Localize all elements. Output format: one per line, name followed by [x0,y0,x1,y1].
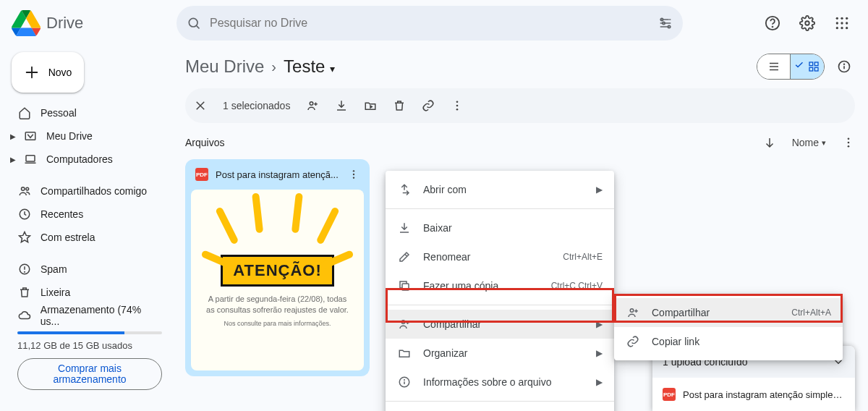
menu-info[interactable]: Informações sobre o arquivo▶ [386,368,614,397]
settings-icon[interactable] [793,9,822,38]
breadcrumb-root[interactable]: Meu Drive [185,56,264,77]
sidebar-item-recent[interactable]: Recentes [9,203,171,226]
folder-icon [397,347,412,360]
sidebar-item-trash[interactable]: Lixeira [9,281,171,304]
search-icon [187,16,201,30]
menu-download[interactable]: Baixar [386,213,614,242]
share-submenu: CompartilharCtrl+Alt+A Copiar link [614,294,843,360]
copy-icon [397,279,412,292]
svg-point-20 [26,187,29,190]
sidebar-item-label: Compartilhados comigo [41,185,147,197]
svg-point-7 [805,21,809,25]
search-options-icon[interactable] [658,16,673,30]
storage-text: 11,12 GB de 15 GB usados [9,339,171,358]
svg-line-40 [220,211,234,240]
svg-point-47 [401,321,405,324]
svg-point-34 [848,137,850,140]
sidebar-item-home[interactable]: Pessoal [9,101,171,124]
trash-icon [17,286,32,299]
pdf-badge-icon: PDF [663,388,676,401]
top-icons [758,9,856,38]
menu-trash[interactable]: Mover para a lixeiraDelete [386,406,614,411]
more-icon[interactable] [451,99,464,112]
spam-icon [17,263,32,276]
file-card[interactable]: PDF Post para instagram atençã... ATENÇÃ… [185,159,370,376]
svg-point-23 [25,271,25,272]
sidebar-item-label: Armazenamento (74% us... [41,304,162,327]
svg-line-1 [197,26,200,29]
home-icon [17,106,32,119]
submenu-copy-link[interactable]: Copiar link [614,327,843,356]
search-input[interactable] [210,17,650,30]
link-icon[interactable] [422,99,435,112]
details-icon[interactable] [833,52,855,81]
list-view-button[interactable] [757,54,791,79]
sidebar-item-computers[interactable]: ▶Computadores [9,148,171,171]
download-icon[interactable] [335,99,348,112]
sidebar-item-label: Computadores [46,153,113,165]
svg-point-8 [836,17,838,20]
new-button[interactable]: Novo [12,52,84,93]
svg-point-14 [836,27,838,29]
close-icon[interactable] [194,99,207,112]
menu-open-with[interactable]: Abrir com▶ [386,175,614,204]
help-icon[interactable] [758,9,787,38]
sidebar-item-my-drive[interactable]: ▶Meu Drive [9,124,171,148]
chevron-right-icon: ▶ [596,348,603,358]
new-button-label: Novo [48,67,72,78]
submenu-share[interactable]: CompartilharCtrl+Alt+A [614,298,843,327]
svg-rect-18 [26,156,35,161]
breadcrumb-current[interactable]: Teste ▾ [284,56,335,77]
svg-point-39 [353,177,354,178]
laptop-icon [23,153,38,166]
toast-file-row[interactable]: PDF Post para instagram atenção simples … [652,378,855,411]
drive-logo-icon [12,9,41,38]
breadcrumb: Meu Drive › Teste ▾ [185,49,855,84]
sidebar-item-shared[interactable]: Compartilhados comigo [9,179,171,203]
file-thumbnail: ATENÇÃO! A partir de segunda-feira (22/0… [191,190,364,370]
svg-point-10 [846,17,848,20]
menu-copy[interactable]: Fazer uma cópiaCtrl+C Ctrl+V [386,271,614,300]
logo-area[interactable]: Drive [12,9,171,38]
sort-direction-icon[interactable] [763,136,776,149]
toast-file-name: Post para instagram atenção simples ... [683,389,845,400]
menu-share[interactable]: Compartilhar▶ [386,310,614,339]
more-options-icon[interactable] [842,136,855,149]
section-title: Arquivos [185,137,224,148]
share-icon [626,306,640,319]
grid-view-button[interactable] [791,54,824,79]
chevron-right-icon: ▶ [596,319,603,329]
sidebar-item-starred[interactable]: Com estrela [9,226,171,249]
svg-point-36 [848,145,850,148]
storage-bar [17,331,162,334]
svg-point-11 [836,22,838,24]
people-icon [17,185,32,198]
open-icon [397,183,412,196]
svg-point-35 [848,142,850,144]
sort-field[interactable]: Nome ▾ [792,137,826,148]
sidebar: Novo Pessoal ▶Meu Drive ▶Computadores Co… [0,46,179,411]
menu-organize[interactable]: Organizar▶ [386,339,614,368]
info-icon [397,376,412,389]
caret-icon: ▶ [10,132,16,140]
share-icon[interactable] [306,99,319,112]
svg-point-33 [456,109,459,111]
sidebar-item-label: Com estrela [41,232,95,243]
svg-point-19 [22,187,25,191]
sidebar-item-storage[interactable]: Armazenamento (74% us... [9,304,171,327]
buy-storage-button[interactable]: Comprar mais armazenamento [17,358,162,390]
svg-point-50 [630,309,634,313]
sidebar-item-label: Meu Drive [46,130,93,142]
file-more-icon[interactable] [348,169,359,180]
search-bar[interactable] [176,6,683,41]
svg-point-30 [310,102,314,106]
svg-rect-25 [815,62,819,66]
move-icon[interactable] [364,99,377,112]
svg-rect-26 [809,67,813,71]
app-title: Drive [46,14,83,33]
delete-icon[interactable] [393,99,406,112]
apps-icon[interactable] [827,9,856,38]
menu-rename[interactable]: RenomearCtrl+Alt+E [386,242,614,271]
svg-rect-27 [815,67,819,71]
sidebar-item-spam[interactable]: Spam [9,258,171,281]
